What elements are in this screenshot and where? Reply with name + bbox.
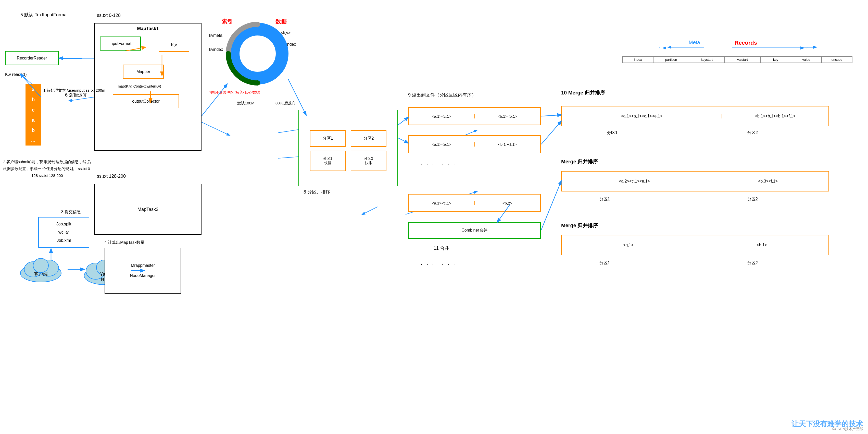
col-keystart: keystart xyxy=(689,56,725,63)
col-value: value xyxy=(791,56,822,63)
gh-merge-box: <g,1> <h,1> xyxy=(561,235,829,255)
combiner-box: Combiner合并 xyxy=(408,222,541,239)
spill-b2: <b,2> xyxy=(475,201,540,205)
partition-outer-box: 分区1 分区2 分区1快排 分区2快排 xyxy=(299,110,398,186)
svg-line-43 xyxy=(541,115,561,116)
step11-label: 11 合并 xyxy=(434,245,449,251)
zone1-box: 分区1 xyxy=(310,130,346,147)
g1-label: <g,1> xyxy=(562,243,695,248)
svg-line-42 xyxy=(398,138,408,143)
a2c1e1-label: <a,2><c,1><e,1> xyxy=(562,179,707,183)
mapkv-label: map(K,v) Context.write(k,v) xyxy=(118,84,161,89)
records-label: Records xyxy=(735,39,757,46)
h1-label: <h,1> xyxy=(695,243,829,248)
zone2-box: 分区2 xyxy=(351,130,386,147)
mrappmaster-box: Mrappmaster NodeManager xyxy=(104,248,181,294)
svg-line-40 xyxy=(288,79,306,115)
default100m-label: 默认100M xyxy=(237,101,254,106)
zone1-sort-label: 分区1快排 xyxy=(323,156,332,166)
meta-records-table: index partition keystart valstart key va… xyxy=(622,56,852,63)
maptask2-box: MapTask2 xyxy=(94,184,202,235)
merge-second-box: <a,2><c,1><e,1> <b,3><f,1> xyxy=(561,171,829,192)
inputformat-box: InputFormat xyxy=(100,36,141,51)
nodemanager-label: NodeManager xyxy=(130,270,156,281)
step10-label: 10 Merge 归并排序 xyxy=(561,89,605,96)
svg-line-35 xyxy=(202,84,227,116)
client-cloud: 客户端 xyxy=(15,253,66,284)
spill-a1e1: <a,1><e,1> xyxy=(409,142,475,147)
wcjar-label: wc.jar xyxy=(58,228,69,236)
step7-label: 7向环形缓冲区 写入<k,v>数据 xyxy=(209,89,260,95)
sstxt-label: ss.txt 0-128 xyxy=(97,13,121,18)
mrappmaster-label: Mrappmaster xyxy=(131,260,155,270)
kv-box: K,v xyxy=(159,38,189,52)
svg-point-28 xyxy=(240,36,276,71)
kvreader-label: K,v reader() xyxy=(5,71,27,78)
file-letter-a: a xyxy=(32,84,34,94)
col-valstart: valstart xyxy=(725,56,761,63)
merge1-label: <a,1><a,1><c,1><e,1> xyxy=(562,114,722,118)
meta-arrow-left: ← xyxy=(658,45,663,51)
file-block: a b c a b ... xyxy=(26,84,41,146)
svg-point-19 xyxy=(33,258,49,273)
zone2-label-3: 分区2 xyxy=(747,260,758,266)
spill-b1f1: <b,1><f,1> xyxy=(475,142,540,147)
svg-line-45 xyxy=(541,181,561,230)
svg-text:客户端: 客户端 xyxy=(34,272,48,277)
step1-label: 1 待处理文本 /user/input ss.txt 200m xyxy=(43,87,105,94)
zone1-label-3: 分区1 xyxy=(599,260,610,266)
mergesort2-label: Merge 归并排序 xyxy=(561,158,598,165)
zone2-under-merge: 分区2 xyxy=(747,130,758,136)
file-letter-b2: b xyxy=(32,125,35,135)
zone2-label-2: 分区2 xyxy=(747,197,758,202)
percent80-label: 80%,后反向 xyxy=(276,101,296,106)
file-letter-c: c xyxy=(32,105,34,115)
svg-line-44 xyxy=(541,121,561,144)
sstxt128200-label: ss.txt 128-200 xyxy=(97,174,126,179)
file-letter-b: b xyxy=(32,94,35,105)
kvmeta-label: kvmeta xyxy=(209,33,222,38)
dots1-label: · · · · · · xyxy=(421,161,456,169)
spill-a1c1b2: <a,1><c,1> xyxy=(409,201,475,205)
circular-buffer xyxy=(224,21,291,88)
merge2-label: <b,1><b,1><b,1><f,1> xyxy=(722,114,829,118)
spill-row3: <a,1><c,1> <b,2> xyxy=(408,194,541,212)
jobsplit-label: Job.split xyxy=(56,220,71,228)
col-partition: partition xyxy=(653,56,689,63)
step5-label: 5 默认 TextInputFormat xyxy=(21,11,68,19)
step4-label: 4 计算出MapTask数量 xyxy=(104,240,145,245)
spill-row1: <a,1><c,1> <b,1><b,1> xyxy=(408,107,541,125)
file-letter-a2: a xyxy=(32,115,34,125)
maptask1-box: MapTask1 InputFormat K,v Mapper map(K,v)… xyxy=(94,23,202,151)
kvindex-label: kvindex xyxy=(209,47,223,52)
zone1-sort-box: 分区1快排 xyxy=(310,151,346,171)
step2-label: 2 客户端submit()前，获 取待处理数据的信息，然 后根据参数配置，形成一… xyxy=(3,158,92,179)
step3-label: 3 提交信息 xyxy=(61,209,81,215)
recorderreader-box: RecorderReader xyxy=(5,51,59,65)
svg-line-41 xyxy=(398,117,408,125)
col-index: index xyxy=(623,56,653,63)
mergesort3-label: Merge 归并排序 xyxy=(561,222,598,229)
job-info-box: Job.split wc.jar Job.xml xyxy=(38,217,89,248)
file-dots: ... xyxy=(31,135,35,146)
maptask1-title: MapTask1 xyxy=(97,26,198,31)
dots2-label: · · · · · · xyxy=(421,260,456,268)
b3f1-label: <b,3><f,1> xyxy=(707,179,829,183)
meta-label: Meta xyxy=(689,39,700,46)
zone2-sort-box: 分区2快排 xyxy=(351,151,386,171)
spill-a1c1: <a,1><c,1> xyxy=(409,114,475,118)
zone2-sort-label: 分区2快排 xyxy=(364,156,373,166)
zone1-label-2: 分区1 xyxy=(599,197,610,202)
col-unsued: unsued xyxy=(822,56,852,63)
col-key: key xyxy=(761,56,791,63)
svg-line-13 xyxy=(362,207,377,214)
zone1-under-merge: 分区1 xyxy=(607,130,618,136)
merge-top-box: <a,1><a,1><c,1><e,1> <b,1><b,1><b,1><f,1… xyxy=(561,106,829,126)
outputcollector-box: outputCollector xyxy=(113,94,179,108)
jobxml-label: Job.xml xyxy=(57,236,71,244)
step8-label: 8 分区、排序 xyxy=(304,189,330,195)
watermark-site: ©CSDN技术产品部 xyxy=(832,427,863,431)
spill-row2: <a,1><e,1> <b,1><f,1> xyxy=(408,135,541,153)
spill-b1b1: <b,1><b,1> xyxy=(475,114,540,118)
mapper-box: Mapper xyxy=(123,65,164,79)
